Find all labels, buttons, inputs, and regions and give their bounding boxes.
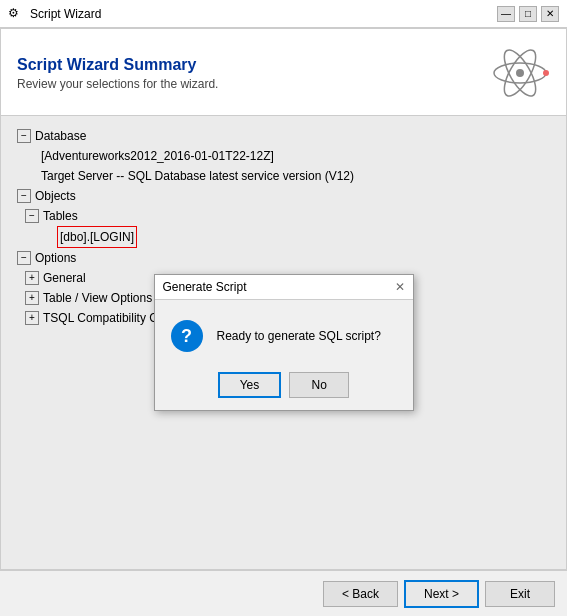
svg-point-3 xyxy=(516,69,524,77)
header-section: Script Wizard Summary Review your select… xyxy=(1,29,566,116)
app-icon: ⚙ xyxy=(8,6,24,22)
dialog-close-button[interactable]: ✕ xyxy=(395,280,405,294)
svg-point-4 xyxy=(543,70,549,76)
main-content: Script Wizard Summary Review your select… xyxy=(0,28,567,570)
no-button[interactable]: No xyxy=(289,372,349,398)
dialog-footer: Yes No xyxy=(155,364,413,410)
dialog-overlay: Generate Script ✕ ? Ready to generate SQ… xyxy=(1,116,566,569)
yes-button[interactable]: Yes xyxy=(218,372,282,398)
window-controls: — □ ✕ xyxy=(497,6,559,22)
dialog-body: ? Ready to generate SQL script? xyxy=(155,300,413,364)
back-button[interactable]: < Back xyxy=(323,581,398,607)
footer: < Back Next > Exit xyxy=(0,570,567,616)
exit-button[interactable]: Exit xyxy=(485,581,555,607)
wizard-title: Script Wizard Summary xyxy=(17,56,218,74)
next-button[interactable]: Next > xyxy=(404,580,479,608)
maximize-button[interactable]: □ xyxy=(519,6,537,22)
dialog-title-bar: Generate Script ✕ xyxy=(155,275,413,300)
title-bar-label: Script Wizard xyxy=(30,7,497,21)
question-icon: ? xyxy=(171,320,203,352)
header-text: Script Wizard Summary Review your select… xyxy=(17,56,218,91)
close-button[interactable]: ✕ xyxy=(541,6,559,22)
title-bar: ⚙ Script Wizard — □ ✕ xyxy=(0,0,567,28)
generate-script-dialog: Generate Script ✕ ? Ready to generate SQ… xyxy=(154,274,414,411)
dialog-title-label: Generate Script xyxy=(163,280,247,294)
minimize-button[interactable]: — xyxy=(497,6,515,22)
dialog-message: Ready to generate SQL script? xyxy=(217,329,381,343)
wizard-subtitle: Review your selections for the wizard. xyxy=(17,77,218,91)
atom-icon xyxy=(490,43,550,103)
